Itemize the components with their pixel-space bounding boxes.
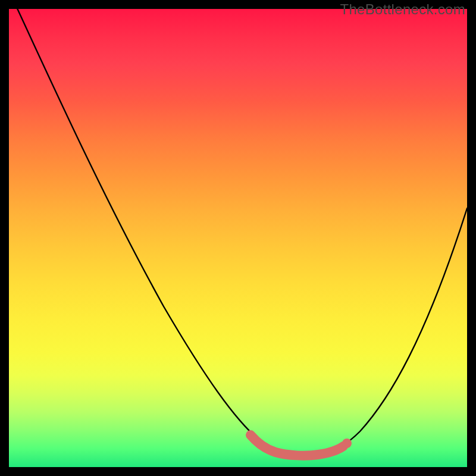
left-curve-line <box>16 9 289 453</box>
right-curve-line <box>321 208 467 453</box>
watermark-text: TheBottleneck.com <box>340 1 465 18</box>
chart-curves <box>9 9 467 467</box>
valley-highlight <box>250 435 343 456</box>
highlight-end-dot <box>342 439 352 448</box>
chart-plot-area <box>9 9 467 467</box>
